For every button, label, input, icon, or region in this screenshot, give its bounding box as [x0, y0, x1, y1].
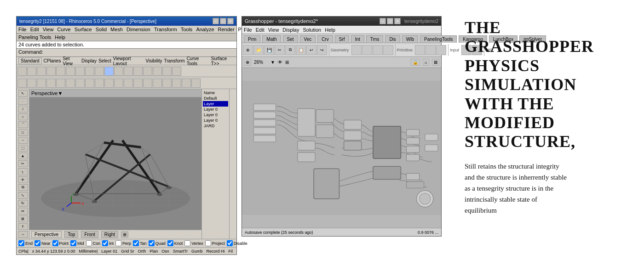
gh-tb-input1[interactable]: [415, 45, 425, 55]
tab-select[interactable]: Select: [98, 58, 111, 63]
tab-surface-t[interactable]: Surface T>>: [211, 56, 235, 66]
gh-minimize-btn[interactable]: −: [380, 18, 386, 24]
gh-tab-trns[interactable]: Trns: [366, 35, 384, 43]
gh-tab-vec[interactable]: Vec: [300, 35, 316, 43]
tool-circle[interactable]: ○: [18, 113, 28, 120]
tb-icon-2-18[interactable]: [182, 79, 191, 88]
tool-rect[interactable]: □: [18, 129, 28, 136]
tool-fillet[interactable]: ╮: [18, 168, 28, 175]
osnap-knot[interactable]: Knot: [167, 240, 183, 246]
gh-canvas[interactable]: [242, 68, 441, 228]
help-menu[interactable]: Help: [55, 34, 65, 40]
menu-curve[interactable]: Curve: [57, 27, 70, 32]
tool-surface[interactable]: ⬚: [18, 145, 28, 152]
menu-dimension[interactable]: Dimension: [126, 27, 150, 32]
gh-tab-math[interactable]: Math: [262, 35, 281, 43]
tb-icon-zoom-out[interactable]: [143, 67, 152, 76]
tb-icon-2-4[interactable]: [46, 79, 56, 88]
tool-dim[interactable]: ↔: [18, 231, 28, 238]
gh-tb-prim2[interactable]: [362, 45, 372, 55]
menu-transform[interactable]: Transform: [154, 27, 177, 32]
osnap-cen[interactable]: Con: [86, 240, 101, 246]
menu-solid[interactable]: Solid: [96, 27, 107, 32]
tb-icon-2-7[interactable]: [75, 79, 85, 88]
menu-surface[interactable]: Surface: [75, 27, 92, 32]
tab-standard[interactable]: Standard: [18, 57, 42, 64]
gh-zoom-dropdown[interactable]: ▼: [270, 60, 275, 65]
tb-icon-2-17[interactable]: [172, 79, 181, 88]
menu-view[interactable]: View: [43, 27, 54, 32]
rhino-scroll-bar[interactable]: [229, 89, 236, 239]
gh-tab-crv[interactable]: Crv: [317, 35, 333, 43]
menu-render[interactable]: Render: [218, 27, 235, 32]
tool-scale[interactable]: ⤡: [18, 192, 28, 199]
tb-icon-cut[interactable]: [66, 67, 75, 76]
layer-0-1[interactable]: Layer 0: [203, 107, 228, 112]
viewport-tab-front[interactable]: Front: [81, 231, 98, 238]
gh-tb-new[interactable]: ⊕: [243, 45, 253, 55]
tab-visibility[interactable]: Visibility: [145, 58, 162, 63]
osnap-perp[interactable]: Perp: [115, 240, 131, 246]
tab-transform[interactable]: Transform: [164, 58, 184, 63]
tool-extrude[interactable]: ▲: [18, 152, 28, 159]
gh-view-eye[interactable]: 👁: [278, 60, 282, 65]
gh-tab-int[interactable]: Int: [351, 35, 364, 43]
viewport-tab-perspective[interactable]: Perspective: [31, 231, 62, 238]
osnap-end[interactable]: End: [18, 240, 33, 246]
gh-tb-redo[interactable]: ↪: [317, 45, 327, 55]
tb-icon-2-8[interactable]: [85, 79, 94, 88]
tool-move[interactable]: ✛: [18, 176, 28, 183]
gh-view-home[interactable]: ⌂: [423, 59, 429, 66]
tool-rotate-obj[interactable]: ↻: [18, 200, 28, 207]
tool-point[interactable]: ·: [18, 98, 28, 105]
gh-tab-set[interactable]: Set: [283, 35, 298, 43]
tb-icon-lasso[interactable]: [124, 67, 133, 76]
layer-default[interactable]: Default: [203, 96, 228, 101]
paneling-tools-menu[interactable]: Paneling Tools: [18, 34, 51, 40]
gh-tb-paste[interactable]: 📋: [296, 45, 306, 55]
gh-tb-input2[interactable]: [426, 45, 436, 55]
osnap-quad[interactable]: Quad: [149, 240, 166, 246]
tool-text[interactable]: T: [18, 223, 28, 230]
tb-icon-copy[interactable]: [75, 67, 85, 76]
gh-view-lock[interactable]: 🔒: [411, 59, 420, 66]
menu-analyze[interactable]: Analyze: [196, 27, 214, 32]
gh-tab-srf[interactable]: Srf: [335, 35, 349, 43]
tb-icon-2-9[interactable]: [95, 79, 104, 88]
tb-icon-2-5[interactable]: [56, 79, 65, 88]
tb-icon-2-13[interactable]: [133, 79, 143, 88]
tab-viewport-layout[interactable]: Viewport Layout: [113, 56, 144, 66]
osnap-point[interactable]: Point: [52, 240, 69, 246]
menu-tools[interactable]: Tools: [181, 27, 193, 32]
tb-icon-2-6[interactable]: [66, 79, 75, 88]
tb-icon-2-16[interactable]: [162, 79, 172, 88]
tool-copy-obj[interactable]: ⧉: [18, 184, 28, 191]
gh-menu-view[interactable]: View: [268, 27, 279, 33]
gh-menu-edit[interactable]: Edit: [256, 27, 264, 33]
tb-icon-2-10[interactable]: [104, 79, 114, 88]
tab-display[interactable]: Display: [81, 58, 97, 63]
tool-select[interactable]: ↖: [18, 90, 28, 97]
tab-curve-tools[interactable]: Curve Tools: [187, 56, 209, 66]
gh-maximize-btn[interactable]: □: [387, 18, 393, 24]
osnap-project[interactable]: Project: [205, 240, 225, 246]
tb-icon-open[interactable]: [27, 67, 36, 76]
gh-menu-help[interactable]: Help: [325, 27, 335, 33]
tb-icon-save[interactable]: [37, 67, 46, 76]
tb-icon-2-14[interactable]: [143, 79, 152, 88]
rhino-minimize-btn[interactable]: −: [213, 18, 219, 24]
gh-tb-open[interactable]: 📁: [253, 45, 264, 55]
layer-jard[interactable]: JARD: [203, 123, 228, 129]
tb-icon-2-12[interactable]: [124, 79, 133, 88]
osnap-near[interactable]: Near: [34, 240, 51, 246]
gh-tb-prim4[interactable]: [383, 45, 393, 55]
gh-tb-copy[interactable]: ⧉: [285, 45, 295, 55]
menu-edit[interactable]: Edit: [30, 27, 39, 32]
gh-tb-prim3[interactable]: [373, 45, 383, 55]
menu-file[interactable]: File: [18, 27, 27, 32]
viewport-canvas[interactable]: X Y Z: [29, 97, 201, 230]
tab-setview[interactable]: Set View: [63, 56, 80, 66]
tb-icon-new[interactable]: [17, 67, 27, 76]
gh-menu-file[interactable]: File: [244, 27, 252, 33]
tool-mirror[interactable]: ⇔: [18, 208, 28, 215]
